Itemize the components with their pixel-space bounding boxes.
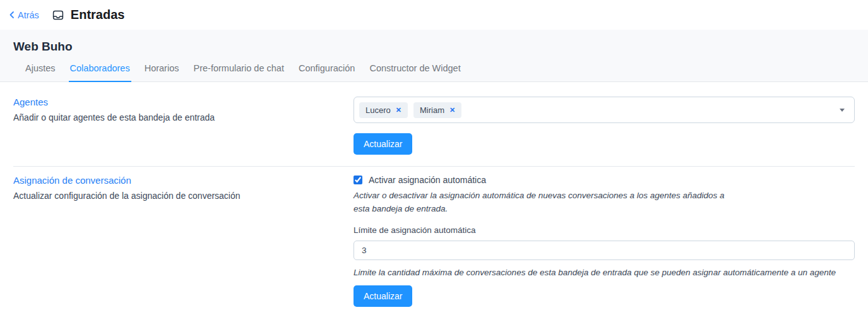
- agents-section-controls: Lucero ✕ Miriam ✕ Actualizar: [354, 97, 855, 155]
- auto-assignment-checkbox[interactable]: [354, 176, 362, 184]
- agent-tag: Lucero ✕: [359, 102, 408, 118]
- limit-help: Limite la cantidad máxima de conversacio…: [354, 266, 855, 280]
- inbox-icon: [52, 9, 64, 21]
- assignment-section-description: Actualizar configuración de la asignació…: [13, 191, 354, 201]
- auto-assignment-help: Activar o desactivar la asignación autom…: [354, 189, 732, 216]
- limit-field-label: Límite de asignación automática: [354, 225, 855, 235]
- tab-colaboradores[interactable]: Colaboradores: [69, 63, 131, 81]
- agents-section-description: Añadir o quitar agentes de esta bandeja …: [13, 112, 354, 122]
- back-button[interactable]: Atrás: [9, 10, 39, 20]
- agent-tag-label: Lucero: [366, 105, 391, 115]
- tab-constructor-de-widget[interactable]: Constructor de Widget: [368, 63, 461, 81]
- assignment-section: Asignación de conversación Actualizar co…: [13, 167, 855, 307]
- inbox-header: Web Buho Ajustes Colaboradores Horarios …: [0, 30, 868, 82]
- chevron-left-icon: [9, 11, 15, 19]
- page-title: Entradas: [71, 8, 125, 22]
- auto-assignment-toggle[interactable]: Activar asignación automática: [354, 175, 855, 185]
- agent-tag: Miriam ✕: [413, 102, 461, 118]
- auto-assignment-label: Activar asignación automática: [369, 175, 486, 185]
- agents-section-title: Agentes: [13, 97, 354, 107]
- tab-configuracion[interactable]: Configuración: [297, 63, 356, 81]
- tab-ajustes[interactable]: Ajustes: [24, 63, 57, 81]
- assignment-section-title: Asignación de conversación: [13, 175, 354, 186]
- agent-tag-label: Miriam: [420, 105, 444, 115]
- chevron-down-icon[interactable]: [840, 109, 845, 112]
- update-assignment-button[interactable]: Actualizar: [354, 285, 412, 307]
- agents-multiselect[interactable]: Lucero ✕ Miriam ✕: [354, 97, 855, 123]
- agents-section: Agentes Añadir o quitar agentes de esta …: [13, 82, 855, 155]
- tab-bar: Ajustes Colaboradores Horarios Pre-formu…: [24, 63, 855, 81]
- settings-content: Agentes Añadir o quitar agentes de esta …: [0, 82, 868, 307]
- tab-horarios[interactable]: Horarios: [143, 63, 181, 81]
- remove-agent-icon[interactable]: ✕: [449, 107, 455, 114]
- assignment-section-info: Asignación de conversación Actualizar co…: [13, 175, 354, 307]
- update-agents-button[interactable]: Actualizar: [354, 133, 412, 155]
- inbox-name: Web Buho: [13, 40, 855, 54]
- tab-pre-formulario-de-chat[interactable]: Pre-formulario de chat: [192, 63, 285, 81]
- remove-agent-icon[interactable]: ✕: [396, 107, 401, 114]
- limit-input[interactable]: [354, 241, 855, 260]
- assignment-section-controls: Activar asignación automática Activar o …: [354, 175, 855, 307]
- agents-section-info: Agentes Añadir o quitar agentes de esta …: [13, 97, 354, 155]
- back-label: Atrás: [18, 10, 39, 20]
- topbar: Atrás Entradas: [0, 0, 868, 30]
